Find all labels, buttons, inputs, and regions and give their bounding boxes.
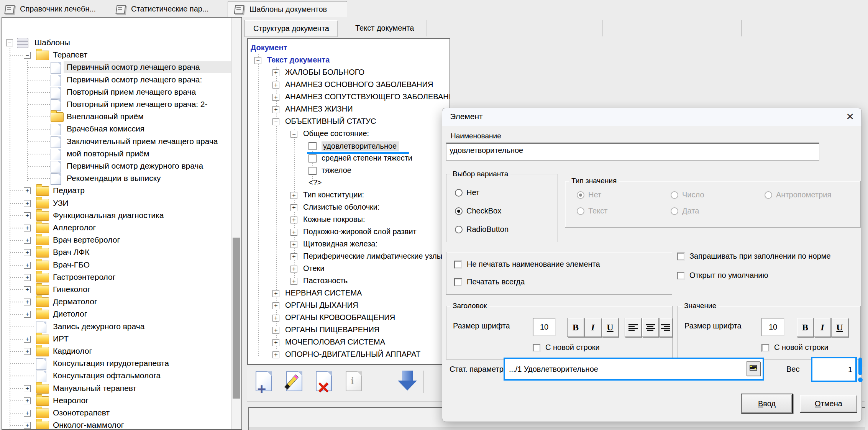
expand-icon[interactable]: +	[24, 311, 31, 318]
tree-item-label[interactable]: Гинеколог	[53, 285, 90, 294]
radio-variant-none[interactable]: Нет	[455, 188, 479, 197]
bold-button[interactable]: B	[797, 318, 814, 337]
tree-item-label[interactable]: Терапевт	[53, 50, 87, 59]
checkbox-no-print-name[interactable]: Не печатать наименование элемента	[454, 260, 600, 269]
tree-item[interactable]: +Педиатр	[2, 185, 232, 197]
expand-icon[interactable]: +	[24, 262, 31, 269]
underline-button[interactable]: U	[602, 318, 619, 337]
collapse-icon[interactable]: −	[24, 52, 31, 59]
item-checkbox[interactable]	[308, 154, 317, 162]
dialog-title-bar[interactable]: Элемент ×	[442, 108, 861, 126]
tree-item-label[interactable]: Кардиолог	[53, 346, 92, 356]
tree-item[interactable]: +Кардиолог	[2, 345, 232, 358]
tree-item[interactable]: +АНАМНЕЗ ОСНОВНОГО ЗАБОЛЕВАНИЯ	[247, 79, 450, 91]
tree-item-label[interactable]: Первичный осмотр дежурного врача	[67, 161, 203, 171]
font-size-input[interactable]: 10	[533, 318, 556, 336]
tree-item[interactable]: +Кожные покровы:	[247, 214, 450, 226]
tree-item[interactable]: +Гастроэнтеролог	[2, 271, 232, 284]
tree-item[interactable]: Запись дежурного врача	[2, 321, 232, 333]
tree-item[interactable]: −Шаблоны	[2, 37, 232, 49]
tree-item-label[interactable]: Первичный осмотр лечащего врача	[67, 62, 200, 72]
expand-icon[interactable]: +	[290, 204, 297, 211]
item-checkbox[interactable]	[308, 142, 317, 150]
tree-item-label[interactable]: Шаблоны	[34, 38, 70, 47]
tree-item-label[interactable]: ОРГАНЫ ПИЩЕВАРЕНИЯ	[285, 325, 379, 334]
italic-button[interactable]: I	[814, 318, 831, 337]
tree-item[interactable]: тяжелое	[247, 165, 450, 177]
tree-item[interactable]: +Функциональная диагностика	[2, 210, 232, 222]
tree-item[interactable]: Внеплановый приём	[2, 111, 232, 123]
tree-item[interactable]: Первичный осмотр лечащего врача:	[2, 74, 232, 86]
expand-icon[interactable]: +	[272, 290, 279, 297]
expand-icon[interactable]: +	[24, 249, 31, 256]
tab-directory[interactable]: Справочник лечебн...	[4, 1, 96, 17]
underline-button[interactable]: U	[831, 318, 848, 337]
expand-icon[interactable]: +	[24, 187, 31, 194]
checkbox-print-always[interactable]: Печатать всегда	[454, 277, 525, 286]
radio-variant-checkbox[interactable]: CheckBox	[455, 207, 501, 215]
expand-icon[interactable]: +	[290, 253, 297, 260]
tree-item-label[interactable]: ОРГАНЫ КРОВООБРАЩЕНИЯ	[285, 313, 395, 322]
italic-button[interactable]: I	[584, 318, 601, 337]
tab-document-text[interactable]: Текст документа	[347, 20, 422, 36]
expand-icon[interactable]: +	[24, 397, 31, 404]
tree-item[interactable]: Документ	[247, 42, 450, 54]
collapse-icon[interactable]: −	[272, 118, 279, 125]
radio-variant-radiobutton[interactable]: RadioButton	[455, 225, 509, 234]
tree-item[interactable]: Первичный осмотр лечащего врача	[2, 61, 232, 74]
tree-item[interactable]: Консультация офтальмолога	[2, 370, 232, 382]
tree-item-label[interactable]: ОБЪЕКТИВНЫЙ СТАТУС	[285, 117, 376, 126]
collapse-icon[interactable]: −	[290, 131, 297, 138]
expand-icon[interactable]: +	[24, 237, 31, 244]
tree-item-label[interactable]: средней степени тяжести	[322, 154, 412, 162]
tree-item[interactable]: мой повторный приём	[2, 148, 232, 160]
tree-item-label[interactable]: Консультация гирудотерапевта	[53, 359, 169, 368]
tree-item[interactable]: Консультация гирудотерапевта	[2, 358, 232, 370]
tree-item[interactable]: +Состояние пациента	[247, 361, 450, 365]
expand-icon[interactable]: +	[272, 94, 279, 101]
tree-item-label[interactable]: Слизистые оболочки:	[303, 203, 380, 212]
tree-item[interactable]: <?>	[247, 177, 450, 189]
tree-item[interactable]: +Врач-ГБО	[2, 259, 232, 271]
tree-item-label[interactable]: тяжелое	[322, 166, 351, 175]
item-checkbox[interactable]	[308, 167, 317, 175]
tree-item[interactable]: −Терапевт	[2, 49, 232, 61]
checkbox-ask-on-fill[interactable]: Запрашивать при заполнении по норме	[677, 252, 831, 261]
tree-item[interactable]: удовлетворительное	[247, 140, 450, 153]
tree-item-label[interactable]: Повторный прием лечащего врача: 2-	[67, 100, 208, 109]
tree-item[interactable]: +ЖАЛОБЫ БОЛЬНОГО	[247, 67, 450, 79]
tree-item[interactable]: +Щитовидная железа:	[247, 238, 450, 251]
add-document-button[interactable]: +	[253, 369, 274, 394]
tree-item-label[interactable]: мой повторный приём	[67, 149, 149, 158]
tree-item-label[interactable]: ИРТ	[53, 334, 69, 343]
tree-item-label[interactable]: Повторный прием лечащего врача	[67, 87, 196, 97]
tree-item-label[interactable]: Подкожно-жировой слой развит	[303, 227, 417, 236]
tree-item-label[interactable]: Первичный осмотр лечащего врача:	[67, 75, 202, 84]
tree-item-label[interactable]: Рекомендации в выписку	[67, 174, 161, 183]
tree-item-label[interactable]: Щитовидная железа:	[303, 240, 377, 248]
expand-icon[interactable]: +	[272, 315, 279, 322]
tree-item-label[interactable]: Состояние пациента	[285, 362, 359, 365]
tab-document-structure[interactable]: Структура документа	[244, 20, 338, 37]
tree-item-label[interactable]: Невролог	[53, 396, 89, 405]
edit-document-button[interactable]	[284, 369, 305, 394]
tree-item[interactable]: +Тип конституции:	[247, 189, 450, 202]
tree-item-label[interactable]: Отеки	[303, 264, 325, 273]
expand-icon[interactable]: +	[24, 385, 31, 392]
tree-item-label[interactable]: АНАМНЕЗ СОПУТСТВУЮЩЕГО ЗАБОЛЕВАНИЯ	[285, 92, 450, 101]
expand-icon[interactable]: +	[272, 106, 279, 113]
tree-item[interactable]: Повторный прием лечащего врача: 2-	[2, 98, 232, 111]
weight-input[interactable]: 1	[811, 357, 857, 382]
expand-icon[interactable]: +	[24, 200, 31, 207]
tree-item[interactable]: +УЗИ	[2, 197, 232, 210]
tree-item[interactable]: +Пастозность	[247, 275, 450, 287]
tree-item[interactable]: +ОРГАНЫ ДЫХАНИЯ	[247, 300, 450, 312]
tree-item[interactable]: +ОРГАНЫ ПИЩЕВАРЕНИЯ	[247, 324, 450, 336]
tree-item-label[interactable]: Заключительный прием лечащего врача	[67, 137, 218, 146]
tree-item[interactable]: +Периферические лимфатические узлы	[247, 251, 450, 263]
tree-item-label[interactable]: ОРГАНЫ ДЫХАНИЯ	[285, 301, 358, 310]
expand-icon[interactable]: +	[24, 336, 31, 343]
expand-icon[interactable]: +	[290, 278, 297, 285]
expand-icon[interactable]: +	[290, 192, 297, 199]
tree-item-label[interactable]: Дерматолог	[53, 297, 97, 306]
